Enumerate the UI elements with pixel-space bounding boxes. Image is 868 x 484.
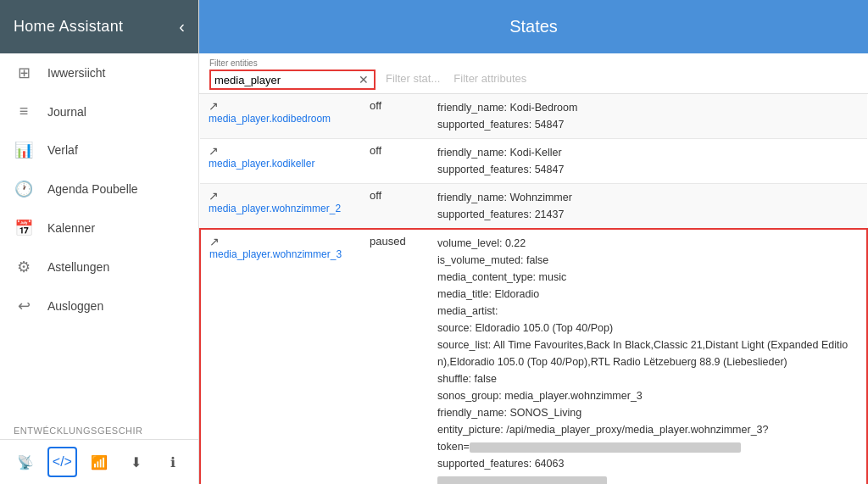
app-title: Home Assistant	[14, 18, 123, 36]
token-value-2	[437, 476, 607, 484]
ausloggen-icon: ↩	[14, 297, 34, 315]
filter-state[interactable]: Filter stat...	[379, 69, 447, 90]
filter-entities-input[interactable]	[214, 74, 357, 86]
open-entity-icon: ↗	[209, 189, 219, 203]
filter-state-label: Filter stat...	[386, 72, 440, 85]
dev-tool-download-button[interactable]: ⬇	[121, 447, 152, 477]
filter-attr-label: Filter attributes	[453, 72, 526, 85]
entity-link[interactable]: media_player.kodikeller	[209, 158, 353, 170]
attributes-cell: friendly_name: Kodi-Keller supported_fea…	[429, 139, 867, 184]
astellungen-label: Astellungen	[47, 260, 109, 274]
sidebar-item-iwwersiicht[interactable]: ⊞Iwwersiicht	[0, 53, 198, 92]
state-cell: off	[361, 94, 429, 139]
open-entity-icon: ↗	[209, 99, 219, 113]
states-table: ↗media_player.kodibedroomofffriendly_nam…	[199, 94, 868, 484]
main-title: States	[509, 17, 558, 36]
state-cell: paused	[361, 229, 429, 484]
entity-cell: ↗media_player.wohnzimmer_3	[200, 229, 361, 484]
filter-attributes[interactable]: Filter attributes	[447, 69, 533, 90]
dev-tool-wifi-button[interactable]: 📶	[84, 447, 114, 477]
sidebar-item-journal[interactable]: ≡Journal	[0, 92, 198, 131]
sidebar-header: Home Assistant ‹	[0, 0, 198, 53]
entity-link[interactable]: media_player.wohnzimmer_2	[209, 203, 353, 214]
verlaf-label: Verlaf	[47, 143, 78, 157]
table-row: ↗media_player.kodibedroomofffriendly_nam…	[200, 94, 867, 139]
sidebar-item-verlaf[interactable]: 📊Verlaf	[0, 131, 198, 170]
journal-label: Journal	[47, 105, 86, 119]
main-content: States Filter entities ✕ Filter stat... …	[199, 0, 868, 484]
kalenner-icon: 📅	[14, 219, 34, 237]
state-cell: off	[361, 139, 429, 184]
entity-cell: ↗media_player.wohnzimmer_2	[200, 184, 361, 230]
iwwersiicht-icon: ⊞	[14, 64, 34, 82]
dev-section-label: Entwécklungsgeschir	[0, 415, 198, 439]
sidebar-item-agenda[interactable]: 🕐Agenda Poubelle	[0, 170, 198, 209]
verlaf-icon: 📊	[14, 141, 34, 159]
journal-icon: ≡	[14, 103, 34, 120]
sidebar: Home Assistant ‹ ⊞Iwwersiicht≡Journal📊Ve…	[0, 0, 199, 484]
table-row: ↗media_player.wohnzimmer_2offfriendly_na…	[200, 184, 867, 230]
agenda-label: Agenda Poubelle	[47, 182, 138, 196]
states-tbody: ↗media_player.kodibedroomofffriendly_nam…	[200, 94, 867, 484]
attributes-cell: volume_level: 0.22 is_volume_muted: fals…	[429, 229, 867, 484]
filter-entities-wrap: ✕	[209, 70, 376, 90]
state-cell: off	[361, 184, 429, 230]
attributes-cell: friendly_name: Kodi-Bedroom supported_fe…	[429, 94, 867, 139]
dev-tools-row: 📡</>📶⬇ℹ	[0, 439, 198, 484]
main-header: States	[199, 0, 868, 53]
filter-row: Filter entities ✕ Filter stat... Filter …	[199, 53, 868, 94]
sidebar-item-ausloggen[interactable]: ↩Ausloggen	[0, 287, 198, 325]
dev-tool-antenna-button[interactable]: 📡	[10, 447, 41, 477]
open-entity-icon: ↗	[209, 144, 219, 158]
entity-cell: ↗media_player.kodibedroom	[200, 94, 361, 139]
sidebar-item-astellungen[interactable]: ⚙Astellungen	[0, 248, 198, 287]
entity-link[interactable]: media_player.wohnzimmer_3	[209, 248, 353, 260]
filter-entities-group: Filter entities ✕	[206, 57, 379, 93]
filter-entities-clear-button[interactable]: ✕	[357, 73, 370, 86]
dev-tool-code-button[interactable]: </>	[47, 447, 78, 477]
sidebar-collapse-button[interactable]: ‹	[179, 17, 185, 36]
astellungen-icon: ⚙	[14, 258, 34, 276]
ausloggen-label: Ausloggen	[47, 299, 103, 313]
table-row: ↗media_player.wohnzimmer_3pausedvolume_l…	[200, 229, 867, 484]
kalenner-label: Kalenner	[47, 221, 95, 235]
iwwersiicht-label: Iwwersiicht	[47, 66, 105, 80]
sidebar-item-kalenner[interactable]: 📅Kalenner	[0, 209, 198, 248]
agenda-icon: 🕐	[14, 180, 34, 198]
entity-cell: ↗media_player.kodikeller	[200, 139, 361, 184]
states-table-wrap: ↗media_player.kodibedroomofffriendly_nam…	[199, 94, 868, 484]
attributes-cell: friendly_name: Wohnzimmer supported_feat…	[429, 184, 867, 230]
entity-link[interactable]: media_player.kodibedroom	[209, 113, 353, 125]
filter-entities-label: Filter entities	[206, 57, 379, 68]
sidebar-nav: ⊞Iwwersiicht≡Journal📊Verlaf🕐Agenda Poube…	[0, 53, 198, 415]
dev-tool-info-button[interactable]: ℹ	[158, 447, 188, 477]
open-entity-icon: ↗	[209, 235, 220, 248]
table-row: ↗media_player.kodikellerofffriendly_name…	[200, 139, 867, 184]
token-value	[470, 442, 741, 453]
